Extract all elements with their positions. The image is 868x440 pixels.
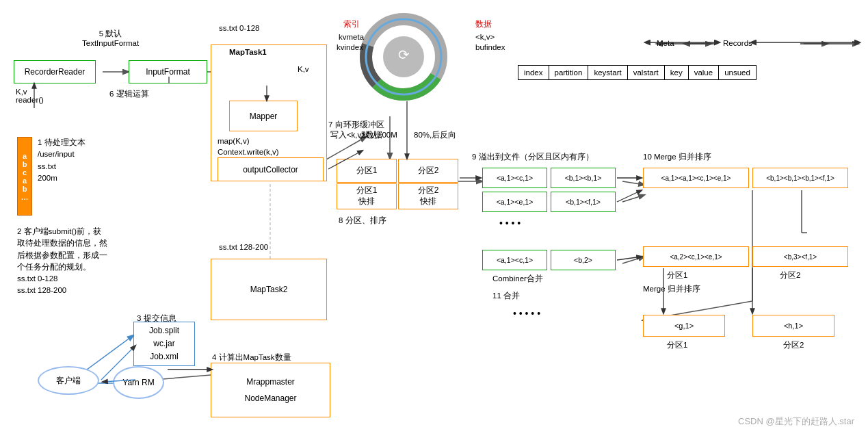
merge-11-label: 11 合并: [492, 291, 520, 301]
spill-row1-right: <b,1><b,1>: [551, 168, 616, 188]
meta-records-arrow: [640, 36, 865, 49]
partition2-sort: 分区2快排: [398, 183, 458, 209]
write-buffer-label: 7 向环形缓冲区写入<k,v>数据: [328, 120, 384, 140]
merge-row2-right: <b,3><f,1>: [752, 246, 848, 267]
pending-text-label: 1 待处理文本/user/inputss.txt200m: [38, 137, 86, 184]
job-info-box: Job.splitwc.jarJob.xml: [133, 322, 195, 366]
combiner-label: Combiner合并: [492, 274, 543, 284]
merge-row1-left: <a,1><a,1><c,1><e,1>: [643, 168, 749, 188]
ss-txt-128-200-label: ss.txt 128-200: [219, 243, 268, 251]
partition2-final: 分区2: [783, 340, 804, 350]
svg-text:⟳: ⟳: [398, 47, 410, 62]
partition2-top: 分区2: [398, 159, 458, 183]
col-valstart: valstart: [628, 66, 665, 79]
text-stack: abcab…: [21, 152, 29, 201]
partition2-merge: 分区2: [780, 270, 800, 281]
combine-left: <a,1><c,1>: [482, 250, 547, 270]
bufindex-label: bufindex: [475, 43, 505, 51]
recorder-reader-box: RecorderReader: [14, 60, 96, 83]
dots-spill: • • • •: [499, 218, 521, 229]
mrapp-text: MrappmasterNodeManager: [244, 374, 296, 406]
svg-line-8: [622, 195, 644, 202]
svg-line-39: [617, 257, 642, 260]
ring-buffer-chart: ⟳: [359, 12, 448, 103]
col-key: key: [665, 66, 689, 79]
partition-sort-label: 8 分区、排序: [339, 216, 386, 226]
mapper-box: Mapper: [229, 101, 298, 131]
yarn-rm-cloud: Yarn RM: [113, 366, 164, 399]
main-diagram: ss.txt 0-128 MapTask1 K,v Mapper map(K,v…: [0, 0, 868, 440]
partition1-top: 分区1: [337, 159, 397, 183]
index-label: 索引: [343, 19, 360, 29]
partition1-sort: 分区1快排: [337, 183, 397, 209]
svg-line-9: [622, 257, 644, 263]
data-label: 数据: [475, 19, 492, 29]
merge-row2-left: <a,2><c,1><e,1>: [643, 246, 749, 267]
output-collector-box: outputCollector: [218, 157, 324, 181]
maptask2-box: MapTask2: [211, 259, 327, 320]
spill-row2-right: <b,1><f,1>: [551, 192, 616, 212]
watermark: CSDN @星光下的赶路人.star: [738, 415, 854, 428]
map-context-label: map(K,v)Context.write(k,v): [218, 135, 278, 157]
combine-right: <b,2>: [551, 250, 616, 270]
input-format-box: InputFormat: [129, 60, 207, 83]
meta-table: index partition keystart valstart key va…: [518, 65, 757, 80]
client-submit-label: 2 客户端submit()前，获取待处理数据的信息，然后根据参数配置，形成一个任…: [17, 226, 154, 297]
logic-op-label: 6 逻辑运算: [109, 89, 149, 99]
col-index: index: [518, 66, 549, 79]
col-unused: unsued: [719, 66, 756, 79]
calc-maptask-label: 4 计算出MapTask数量: [212, 352, 291, 363]
maptask1-label: MapTask1: [229, 48, 267, 56]
kvmeta-label: kvmeta: [339, 33, 364, 41]
spill-file-label: 9 溢出到文件（分区且区内有序）: [472, 152, 594, 162]
final-left: <g,1>: [643, 315, 725, 337]
final-right: <h,1>: [752, 315, 834, 337]
kv-label: K,v: [298, 65, 309, 73]
merge-row1-right: <b,1><b,1><b,1><f,1>: [752, 168, 848, 188]
col-value: value: [689, 66, 720, 79]
col-partition: partition: [549, 66, 589, 79]
kvindex-label: kvindex: [337, 43, 363, 51]
svg-line-7: [622, 181, 644, 185]
col-keystart: keystart: [588, 66, 627, 79]
spill-row1-left: <a,1><c,1>: [482, 168, 547, 188]
svg-line-36: [617, 190, 642, 202]
mrapp-box: MrappmasterNodeManager: [211, 363, 330, 417]
job-info-text: Job.splitwc.jarJob.xml: [149, 324, 179, 364]
eighty-pct-label: 80%,后反向: [414, 130, 456, 140]
spill-row2-left: <a,1><e,1>: [482, 192, 547, 212]
partition1-merge: 分区1: [667, 270, 687, 281]
kv-angle-label: <k,v>: [475, 33, 495, 41]
merge-sort-label2: Merge 归并排序: [643, 284, 700, 294]
ss-txt-0-128-label: ss.txt 0-128: [219, 24, 259, 32]
kv-reader-label: K,vreader(): [16, 88, 44, 104]
client-cloud: 客户端: [38, 366, 99, 395]
merge-sort-label: 10 Merge 归并排序: [643, 152, 711, 162]
partition1-final: 分区1: [667, 340, 687, 350]
default-format-label: 5 默认TextInputFormat: [82, 29, 139, 47]
dots-combine: • • • • •: [513, 308, 540, 319]
